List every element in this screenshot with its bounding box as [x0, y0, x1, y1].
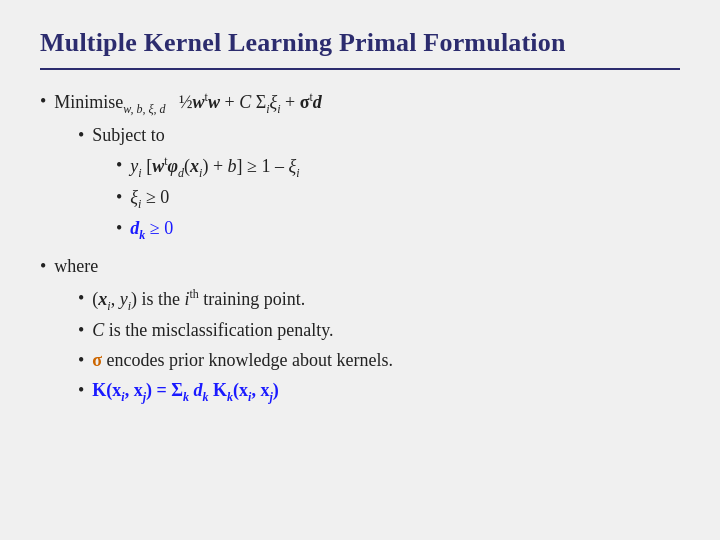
- bullet-marker-c1: •: [116, 152, 122, 180]
- where-text: where: [54, 253, 98, 281]
- bullet-marker-subject: •: [78, 122, 84, 150]
- bullet-marker-w3: •: [78, 347, 84, 375]
- bullet-marker-minimise: •: [40, 88, 46, 116]
- bullet-marker-c2: •: [116, 184, 122, 212]
- where-item-3: • σ encodes prior knowledge about kernel…: [78, 347, 680, 375]
- constraint-1-text: yi [wtφd(xi) + b] ≥ 1 – ξi: [130, 152, 299, 182]
- bullet-marker-w4: •: [78, 377, 84, 405]
- constraint-3-text: dk ≥ 0: [130, 215, 173, 244]
- where-item-4: • K(xi, xj) = Σk dk Kk(xi, xj): [78, 377, 680, 406]
- subject-to-bullet: • Subject to: [78, 122, 680, 150]
- subject-to-text: Subject to: [92, 122, 165, 150]
- slide-container: Multiple Kernel Learning Primal Formulat…: [0, 0, 720, 540]
- bullet-marker-w2: •: [78, 317, 84, 345]
- minimise-bullet: • Minimisew, b, ξ, d ½wtw + C Σiξi + σtd: [40, 88, 680, 118]
- constraint-3-bullet: • dk ≥ 0: [116, 215, 680, 244]
- where-item-1: • (xi, yi) is the ith training point.: [78, 285, 680, 315]
- where-item-4-text: K(xi, xj) = Σk dk Kk(xi, xj): [92, 377, 278, 406]
- where-bullet: • where: [40, 253, 680, 281]
- constraint-1-bullet: • yi [wtφd(xi) + b] ≥ 1 – ξi: [116, 152, 680, 182]
- constraint-2-bullet: • ξi ≥ 0: [116, 184, 680, 213]
- title-divider: [40, 68, 680, 70]
- constraint-2-text: ξi ≥ 0: [130, 184, 169, 213]
- bullet-marker-where: •: [40, 253, 46, 281]
- slide-content: • Minimisew, b, ξ, d ½wtw + C Σiξi + σtd…: [40, 88, 680, 406]
- bullet-marker-w1: •: [78, 285, 84, 313]
- bullet-marker-c3: •: [116, 215, 122, 243]
- where-item-1-text: (xi, yi) is the ith training point.: [92, 285, 305, 315]
- where-item-2: • C is the misclassification penalty.: [78, 317, 680, 345]
- slide-title: Multiple Kernel Learning Primal Formulat…: [40, 28, 680, 58]
- minimise-subscript: w, b, ξ, d: [123, 102, 165, 116]
- where-item-2-text: C is the misclassification penalty.: [92, 317, 333, 345]
- where-item-3-text: σ encodes prior knowledge about kernels.: [92, 347, 393, 375]
- minimise-text: Minimisew, b, ξ, d ½wtw + C Σiξi + σtd: [54, 88, 322, 118]
